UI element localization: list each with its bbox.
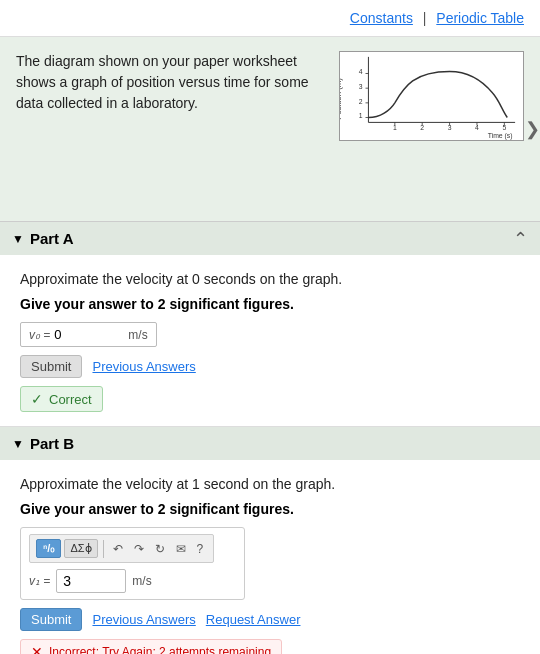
part-a-input-box: v₀ = m/s: [20, 322, 157, 347]
part-b-input[interactable]: [56, 569, 126, 593]
toolbar-delta-button[interactable]: ΔΣϕ: [64, 539, 97, 558]
svg-text:3: 3: [359, 83, 363, 90]
part-a-correct-badge: ✓ Correct: [20, 386, 103, 412]
part-a-question: Approximate the velocity at 0 seconds on…: [20, 269, 524, 290]
part-b-request-answer-link[interactable]: Request Answer: [206, 612, 301, 627]
part-b-submit-row: Submit Previous Answers Request Answer: [20, 608, 524, 631]
part-b-answer-area: ⁿ/₀ ΔΣϕ ↶ ↷ ↻ ✉ ? v₁ = m/s: [20, 527, 245, 600]
top-bar: Constants | Periodic Table: [0, 0, 540, 37]
part-b-math-toolbar: ⁿ/₀ ΔΣϕ ↶ ↷ ↻ ✉ ?: [29, 534, 214, 563]
periodic-table-link[interactable]: Periodic Table: [436, 10, 524, 26]
part-b-section: ▼ Part B Approximate the velocity at 1 s…: [0, 427, 540, 654]
svg-text:1: 1: [359, 112, 363, 119]
problem-section: The diagram shown on your paper workshee…: [0, 37, 540, 222]
part-a-var-label: v₀ =: [29, 328, 50, 342]
part-b-prev-answers-link[interactable]: Previous Answers: [92, 612, 195, 627]
part-a-header[interactable]: ▼ Part A ⌃: [0, 222, 540, 255]
part-a-arrow: ▼: [12, 232, 24, 246]
part-b-incorrect-badge: ✕ Incorrect; Try Again; 2 attempts remai…: [20, 639, 282, 654]
separator: |: [423, 10, 427, 26]
part-a-prev-answers-link[interactable]: Previous Answers: [92, 359, 195, 374]
part-b-arrow: ▼: [12, 437, 24, 451]
svg-text:4: 4: [359, 68, 363, 75]
scroll-indicator: ❯: [525, 118, 540, 140]
toolbar-redo-icon[interactable]: ↷: [130, 540, 148, 558]
part-a-section: ▼ Part A ⌃ Approximate the velocity at 0…: [0, 222, 540, 427]
part-a-input[interactable]: [54, 327, 124, 342]
toolbar-help-icon[interactable]: ?: [193, 540, 208, 558]
toolbar-undo-icon[interactable]: ↶: [109, 540, 127, 558]
part-b-instruction: Give your answer to 2 significant figure…: [20, 501, 524, 517]
svg-text:Time (s): Time (s): [488, 132, 513, 140]
checkmark-icon: ✓: [31, 391, 43, 407]
part-b-question: Approximate the velocity at 1 second on …: [20, 474, 524, 495]
part-a-correct-label: Correct: [49, 392, 92, 407]
constants-link[interactable]: Constants: [350, 10, 413, 26]
part-a-submit-row: Submit Previous Answers: [20, 355, 524, 378]
part-a-collapse-icon[interactable]: ⌃: [513, 228, 528, 250]
part-a-body: Approximate the velocity at 0 seconds on…: [0, 255, 540, 426]
part-b-title: Part B: [30, 435, 74, 452]
part-a-submit-button[interactable]: Submit: [20, 355, 82, 378]
part-b-header[interactable]: ▼ Part B: [0, 427, 540, 460]
toolbar-fraction-button[interactable]: ⁿ/₀: [36, 539, 61, 558]
svg-text:Position (m): Position (m): [340, 78, 343, 120]
part-b-submit-button[interactable]: Submit: [20, 608, 82, 631]
part-b-input-row: v₁ = m/s: [29, 569, 236, 593]
x-icon: ✕: [31, 644, 43, 654]
graph-container: Position (m) 1 2 3 4 1 2 3 4 5 Time (s): [339, 51, 524, 141]
toolbar-refresh-icon[interactable]: ↻: [151, 540, 169, 558]
svg-text:2: 2: [359, 98, 363, 105]
part-a-title: Part A: [30, 230, 74, 247]
toolbar-separator: [103, 540, 104, 558]
part-b-incorrect-label: Incorrect; Try Again; 2 attempts remaini…: [49, 645, 271, 654]
part-b-units: m/s: [132, 574, 151, 588]
part-b-var-label: v₁ =: [29, 574, 50, 588]
toolbar-email-icon[interactable]: ✉: [172, 540, 190, 558]
part-a-units: m/s: [128, 328, 147, 342]
part-a-answer-row: v₀ = m/s: [20, 322, 524, 347]
part-a-instruction: Give your answer to 2 significant figure…: [20, 296, 524, 312]
problem-text: The diagram shown on your paper workshee…: [16, 51, 326, 114]
part-b-body: Approximate the velocity at 1 second on …: [0, 460, 540, 654]
